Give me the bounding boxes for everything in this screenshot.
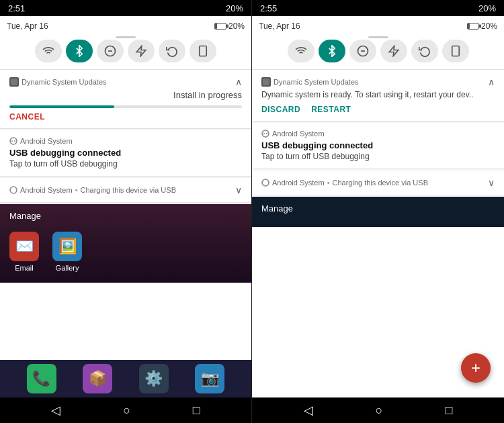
left-notification-shade: Tue, Apr 16 20% (0, 16, 251, 360)
right-nav-bar: ◁ ○ □ (252, 397, 504, 423)
right-notif-usb-title: USB debugging connected (261, 140, 495, 150)
right-qs-flashlight[interactable] (380, 40, 407, 62)
fab-button[interactable]: + (461, 353, 491, 383)
left-notif-charging[interactable]: Android System • Charging this device vi… (0, 178, 251, 203)
right-date: Tue, Apr 16 (259, 21, 300, 31)
left-notif-usb[interactable]: Android System USB debugging connected T… (0, 130, 251, 177)
right-notif-dsu[interactable]: Dynamic System Updates ∧ Dynamic system … (252, 70, 504, 122)
cancel-button[interactable]: CANCEL (9, 112, 45, 122)
left-phone-panel: 2:51 20% Tue, Apr 16 20% (0, 0, 252, 423)
right-home-button[interactable]: ○ (376, 404, 383, 418)
android-icon (9, 137, 17, 145)
right-qs-bluetooth[interactable] (319, 40, 345, 62)
left-back-button[interactable]: ◁ (51, 403, 60, 418)
left-app-email[interactable]: ✉️ Email (9, 232, 39, 272)
qs-tile-mobile[interactable] (190, 40, 216, 62)
left-time: 2:51 (8, 3, 25, 13)
left-notif-usb-app: Android System (9, 137, 73, 145)
left-status-bar: 2:51 20% (0, 0, 251, 16)
left-notif-dsu-actions: CANCEL (9, 112, 242, 122)
dock-settings[interactable]: ⚙️ (139, 364, 169, 393)
right-phone-panel: 2:55 20% Tue, Apr 16 20% (252, 0, 504, 423)
dsu-app-icon (9, 77, 19, 87)
right-qs-mobile[interactable] (442, 40, 469, 62)
left-notif-dsu[interactable]: Dynamic System Updates ∧ Install in prog… (0, 70, 251, 129)
right-notif-dsu-chevron: ∧ (488, 77, 495, 87)
left-dock: 📞 📦 ⚙️ 📷 (0, 360, 251, 397)
right-notification-list: Dynamic System Updates ∧ Dynamic system … (252, 70, 504, 195)
battery-icon (214, 23, 226, 30)
left-notif-charging-content: Android System • Charging this device vi… (9, 186, 176, 194)
svg-rect-3 (200, 46, 207, 56)
svg-rect-5 (11, 79, 17, 85)
right-notif-dsu-body: Dynamic system is ready. To start using … (261, 90, 495, 101)
right-status-bar: 2:55 20% (252, 0, 504, 16)
right-notif-dsu-app: Dynamic System Updates (261, 77, 359, 87)
email-icon: ✉️ (9, 232, 39, 261)
svg-point-19 (262, 179, 269, 186)
left-notif-dsu-chevron: ∧ (235, 77, 242, 87)
right-notif-charging[interactable]: Android System • Charging this device vi… (252, 171, 504, 195)
qs-tile-flashlight[interactable] (128, 40, 155, 62)
left-battery-indicator: 20% (214, 21, 245, 31)
right-notif-charging-chevron: ∨ (488, 177, 495, 188)
right-qs-rotate[interactable] (411, 40, 438, 62)
left-app-gallery[interactable]: 🖼️ Gallery (52, 232, 82, 272)
right-battery-indicator: 20% (467, 21, 497, 31)
right-notif-charging-content: Android System • Charging this device vi… (261, 179, 428, 187)
left-manage-label: Manage (9, 211, 242, 221)
svg-point-16 (262, 130, 269, 137)
right-notif-usb-app: Android System (261, 130, 325, 138)
qs-tile-rotate[interactable] (159, 40, 185, 62)
left-notification-list: Dynamic System Updates ∧ Install in prog… (0, 70, 251, 203)
discard-button[interactable]: DISCARD (261, 105, 300, 114)
left-manage-section: Manage ✉️ Email 🖼️ Gallery (0, 204, 251, 283)
right-battery-icon (467, 23, 479, 30)
right-battery: 20% (478, 3, 496, 13)
right-qs-divider (368, 36, 388, 38)
right-notif-usb-body: Tap to turn off USB debugging (261, 152, 495, 162)
svg-rect-15 (263, 79, 269, 85)
right-dsu-icon (261, 77, 271, 87)
right-notif-dsu-actions: DISCARD RESTART (261, 105, 495, 114)
right-notif-usb-header: Android System (261, 130, 495, 138)
left-notif-dsu-progress-bar (9, 105, 242, 108)
svg-rect-13 (452, 46, 459, 56)
left-recents-button[interactable]: □ (193, 404, 200, 418)
svg-marker-12 (389, 46, 398, 56)
left-date: Tue, Apr 16 (7, 21, 48, 31)
right-notif-dsu-header: Dynamic System Updates ∧ (261, 77, 495, 87)
right-qs-dnd[interactable] (349, 40, 376, 62)
right-qs-tiles (259, 40, 497, 66)
svg-point-6 (10, 138, 17, 144)
left-notif-dsu-header: Dynamic System Updates ∧ (9, 77, 242, 87)
qs-tile-dnd[interactable] (97, 40, 124, 62)
android-icon-2 (9, 186, 17, 194)
right-manage-section: Manage (252, 197, 504, 227)
email-label: Email (15, 264, 34, 272)
dock-phone[interactable]: 📞 (27, 364, 56, 393)
left-home-button[interactable]: ○ (123, 404, 130, 418)
right-android-icon (261, 130, 269, 138)
right-qs-wifi[interactable] (288, 40, 314, 62)
left-notif-usb-body: Tap to turn off USB debugging (9, 159, 242, 170)
qs-divider (116, 36, 136, 38)
left-notif-dsu-title: Install in progress (9, 90, 242, 101)
restart-button[interactable]: RESTART (311, 105, 351, 114)
left-quick-settings: Tue, Apr 16 20% (0, 16, 251, 70)
svg-point-9 (10, 187, 17, 193)
right-android-icon-2 (261, 179, 269, 187)
left-date-row: Tue, Apr 16 20% (7, 21, 245, 31)
right-notif-usb[interactable]: Android System USB debugging connected T… (252, 123, 504, 170)
qs-tile-wifi[interactable] (35, 40, 62, 62)
right-recents-button[interactable]: □ (446, 404, 453, 418)
right-notification-shade: Tue, Apr 16 20% (252, 16, 504, 397)
gallery-icon: 🖼️ (52, 232, 82, 261)
gallery-label: Gallery (56, 264, 79, 272)
right-back-button[interactable]: ◁ (304, 403, 313, 418)
left-nav-bar: ◁ ○ □ (0, 397, 251, 423)
dock-store[interactable]: 📦 (83, 364, 112, 393)
dock-camera[interactable]: 📷 (195, 364, 224, 393)
left-notif-usb-title: USB debugging connected (9, 148, 242, 158)
qs-tile-bluetooth[interactable] (66, 40, 93, 62)
